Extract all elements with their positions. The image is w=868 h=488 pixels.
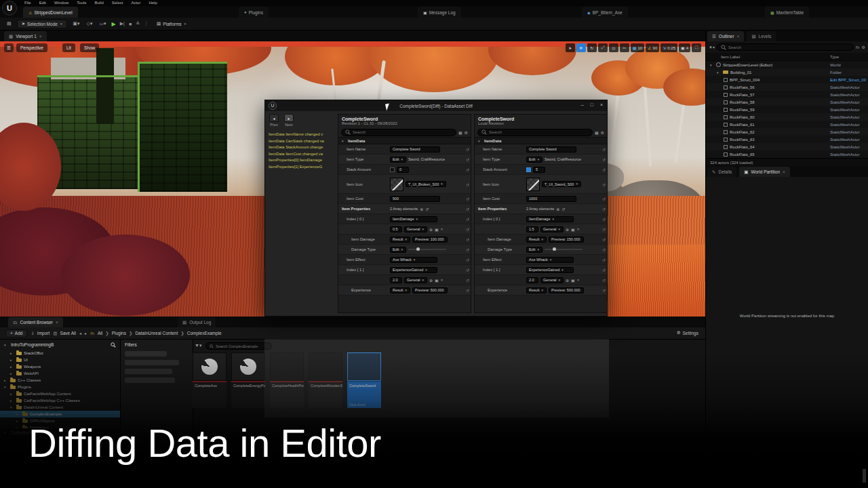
revert-icon[interactable]: ↺ — [466, 147, 469, 152]
sidebar-item-webapi[interactable]: ▸WebAPI — [0, 370, 120, 377]
property-row[interactable]: Item EffectAxe Whack▼↺ — [475, 255, 607, 265]
chevron-down-icon[interactable]: ▾ — [717, 70, 721, 75]
table-row[interactable]: RockFlats_63StaticMeshActor — [706, 136, 868, 143]
asset-tile-completeenergypotion[interactable]: CompleteEnergyPotion — [231, 352, 265, 408]
breadcrumb-segment[interactable]: All — [98, 331, 102, 336]
chevron-right-icon[interactable]: ▸ — [10, 399, 14, 403]
number-field[interactable]: 1.5 — [526, 226, 538, 232]
menu-item-edit[interactable]: Edit — [39, 0, 46, 6]
property-row[interactable]: Item DamageResult▼Preview: 150.000↺ — [475, 235, 607, 245]
result-dropdown[interactable]: Result▼ — [526, 237, 547, 243]
revert-icon[interactable]: ↺ — [466, 268, 469, 272]
platforms-dropdown[interactable]: ▤ Platforms ▼ — [153, 20, 191, 28]
add-element-icon[interactable]: ⊕ — [556, 207, 559, 211]
world-coordinate-toggle[interactable]: ◎ — [609, 43, 618, 52]
asset-picker-dropdown[interactable]: T_UI_Sword_S00▼ — [542, 181, 581, 187]
prev-diff-button[interactable]: ◂ Prev — [269, 114, 279, 127]
sidebar-item-ui[interactable]: ▸UI — [0, 357, 120, 363]
checkbox[interactable] — [390, 167, 395, 172]
editor-tab-bp_bitem_axe[interactable]: ◆BP_BItem_Axe — [582, 7, 628, 18]
diff-search-input[interactable]: Search — [477, 129, 593, 136]
close-icon[interactable]: × — [56, 320, 58, 325]
breadcrumb-segment[interactable]: ComplexExample — [187, 331, 222, 336]
selection-mode-dropdown[interactable]: ➤ Selection Mode ▼ — [17, 20, 68, 28]
revert-icon[interactable]: ↺ — [466, 207, 469, 211]
revert-icon[interactable]: ↺ — [466, 217, 469, 222]
add-element-icon[interactable]: ⊕ — [420, 207, 423, 211]
revert-icon[interactable]: ↺ — [602, 197, 606, 201]
property-row[interactable]: Index [ 1 ]ExperienceGained▼↺ — [338, 265, 471, 275]
maximize-viewport-button[interactable]: ⛶ — [692, 43, 701, 52]
delete-icon[interactable]: × — [441, 227, 443, 231]
close-icon[interactable]: × — [39, 34, 42, 39]
property-row[interactable]: Item TypeEdit▼Sword, CraftResource↺ — [338, 155, 471, 165]
delete-icon[interactable]: × — [577, 278, 580, 282]
select-tool[interactable]: ➤ — [566, 43, 575, 52]
breadcrumb-segment[interactable]: DataInUnreal Content — [135, 331, 178, 336]
grid-snap-toggle[interactable]: ▦10 — [631, 43, 644, 52]
clear-filter-icon[interactable]: ⚙ — [601, 130, 604, 135]
scale-tool[interactable]: ⤢ — [598, 43, 608, 52]
struct-dropdown[interactable]: ItemDamage▼ — [526, 216, 574, 222]
play-button[interactable]: ▶ — [112, 21, 116, 27]
revert-icon[interactable]: ↺ — [466, 182, 469, 186]
revert-icon[interactable]: ↺ — [466, 288, 469, 293]
property-row[interactable]: Item Cost500↺ — [338, 194, 471, 204]
forward-button[interactable]: ▸ — [85, 331, 87, 336]
table-row[interactable]: RockFlats_64StaticMeshActor — [706, 143, 868, 150]
clear-array-icon[interactable]: ↺ — [425, 207, 429, 211]
table-row[interactable]: RockFlats_60StaticMeshActor — [706, 113, 868, 121]
duplicate-icon[interactable]: ▣ — [571, 227, 575, 232]
chevron-down-icon[interactable]: ▾ — [710, 63, 714, 67]
chevron-right-icon[interactable]: ▸ — [10, 371, 14, 375]
close-icon[interactable]: × — [783, 169, 785, 174]
tab-content-browser[interactable]: 🗀 Content Browser × — [8, 317, 63, 327]
menu-item-actor[interactable]: Actor — [131, 0, 140, 6]
chevron-down-icon[interactable]: ▾ — [10, 405, 14, 409]
stop-button[interactable]: ■ — [129, 22, 132, 26]
property-row[interactable]: Item Cost1000↺ — [475, 194, 607, 204]
struct-dropdown[interactable]: ExperienceGained▼ — [526, 267, 574, 273]
enum-dropdown[interactable]: Edit▼ — [526, 157, 542, 163]
chevron-right-icon[interactable]: ▸ — [16, 419, 20, 423]
chevron-right-icon[interactable]: ▸ — [10, 365, 14, 369]
column-type[interactable]: Type — [830, 55, 868, 59]
duplicate-icon[interactable]: ▣ — [435, 227, 439, 232]
sidebar-item-complexexample[interactable]: ▸ComplexExample — [0, 411, 120, 418]
revert-icon[interactable]: ↺ — [466, 258, 469, 262]
close-button[interactable]: × — [600, 102, 603, 107]
revert-icon[interactable]: ↺ — [602, 182, 606, 186]
revert-icon[interactable]: ↺ — [602, 157, 606, 162]
blueprints-dropdown-icon[interactable]: ◇▾ — [85, 21, 94, 26]
text-field[interactable]: 500 — [390, 196, 440, 202]
surface-snap-toggle[interactable]: ✂ — [620, 43, 629, 52]
clear-array-icon[interactable]: ↺ — [561, 207, 565, 211]
asset-tile-completeaxe[interactable]: CompleteAxe — [193, 352, 226, 408]
chevron-right-icon[interactable]: ▸ — [10, 351, 14, 355]
content-browser-settings-button[interactable]: ⚙ Settings — [677, 330, 698, 336]
table-row[interactable]: ▾Building_01Folder — [706, 68, 868, 76]
modes-dropdown-icon[interactable]: ▣▾ — [71, 21, 81, 26]
tab-world-partition[interactable]: ▣ World Partition × — [739, 167, 789, 177]
revert-icon[interactable]: ↺ — [602, 268, 606, 272]
revert-icon[interactable]: ↺ — [466, 278, 469, 283]
diff-window-titlebar[interactable]: U CompleteSword(Diff) - DataAsset Diff –… — [265, 100, 607, 111]
table-row[interactable]: RockFlats_62StaticMeshActor — [706, 128, 868, 136]
editor-tab-maxitemtable[interactable]: ▦MaxItemTable — [765, 7, 809, 18]
table-row[interactable]: RockFlats_58StaticMeshActor — [706, 98, 868, 106]
property-row[interactable]: Index [ 0 ]ItemDamage▼↺ — [338, 214, 471, 224]
property-row[interactable]: 1.5General▼⊕▣×↺ — [475, 224, 607, 235]
move-tool[interactable]: ✛ — [576, 43, 586, 52]
sidebar-item-catfactswebapp-content[interactable]: ▸CatFactsWebApp Content — [0, 390, 120, 397]
editor-tab-plugins[interactable]: ●Plugins — [239, 7, 269, 18]
number-field[interactable]: 2.0 — [526, 277, 538, 283]
sidebar-item-c-classes[interactable]: ▸C++ Classes — [0, 377, 120, 384]
sidebar-item-weapons[interactable]: ▸Weapons — [0, 363, 120, 370]
viewport-tab[interactable]: ▦ Viewport 1 × — [4, 31, 47, 41]
table-row[interactable]: RockFlats_61StaticMeshActor — [706, 121, 868, 128]
value-slider[interactable] — [545, 249, 583, 250]
property-row[interactable]: Item NameComplete Sword↺ — [475, 144, 607, 155]
new-folder-icon[interactable]: 🗀 — [856, 45, 860, 49]
table-row[interactable]: ▾StrippedDownLevel (Editor)World — [706, 61, 868, 68]
cinematics-dropdown-icon[interactable]: ▭▾ — [98, 21, 107, 26]
